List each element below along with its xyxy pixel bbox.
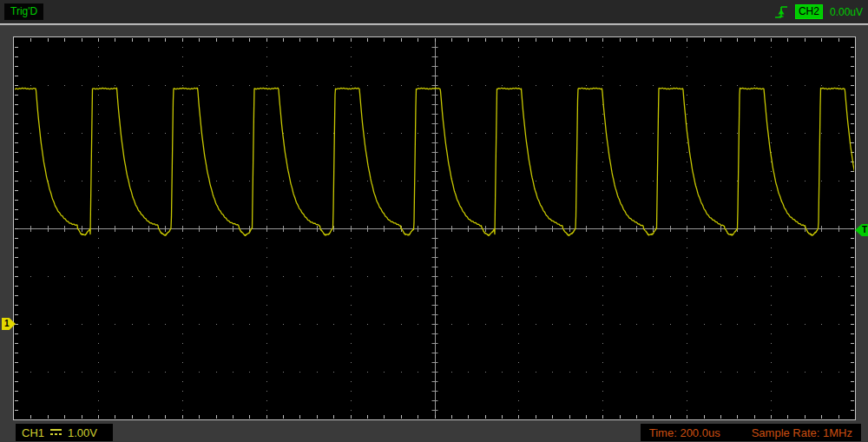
timebase-readout: Time: 200.0us — [649, 426, 720, 439]
ch1-settings-badge: CH1 1.00V — [16, 424, 113, 441]
rising-edge-trigger-icon — [774, 3, 788, 21]
trigger-source-badge: CH2 — [795, 4, 823, 19]
trigger-status-badge: Trig'D — [4, 3, 43, 20]
topbar-separator — [0, 23, 868, 25]
scope-graticule-display — [0, 0, 868, 442]
top-status-bar: Trig'D CH2 0.00uV — [0, 0, 868, 23]
trigger-level-readout: 0.00uV — [830, 6, 863, 18]
timebase-status-badge: Time: 200.0us Sample Rate: 1MHz — [641, 424, 861, 441]
ch1-volts-per-div: 1.00V — [68, 426, 97, 439]
trigger-readout-group: CH2 0.00uV — [774, 0, 863, 23]
sample-rate-readout: Sample Rate: 1MHz — [752, 426, 852, 439]
ch1-label: CH1 — [22, 426, 44, 439]
oscilloscope-window: { "top_bar": { "trigger_status": "Trig'D… — [0, 0, 868, 442]
dc-coupling-icon — [50, 428, 62, 437]
